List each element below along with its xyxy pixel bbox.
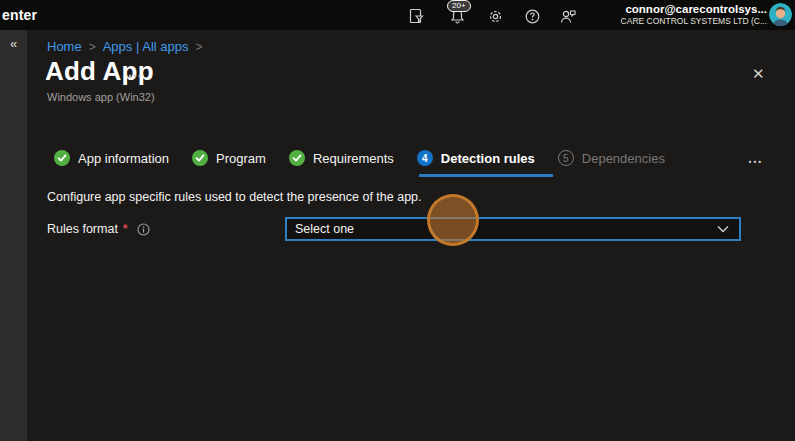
tab-app-information[interactable]: App information	[54, 148, 169, 168]
sidebar-collapse-icon[interactable]: «	[0, 36, 27, 51]
step-complete-check-icon	[54, 150, 70, 166]
step-label: App information	[78, 151, 169, 166]
close-blade-icon[interactable]: ✕	[752, 66, 765, 82]
step-label: Requirements	[313, 151, 394, 166]
tab-program[interactable]: Program	[192, 148, 266, 168]
rules-format-dropdown[interactable]: Select one	[285, 217, 741, 241]
tab-detection-rules[interactable]: 4 Detection rules	[417, 148, 535, 168]
tab-dependencies[interactable]: 5 Dependencies	[558, 148, 665, 168]
breadcrumb: Home > Apps | All apps >	[47, 39, 202, 54]
wizard-step-tabs: App information Program Requirements 4 D…	[54, 148, 665, 168]
breadcrumb-apps-link[interactable]: Apps | All apps	[103, 39, 189, 54]
app-brand-title: enter	[2, 7, 37, 23]
step-label: Program	[216, 151, 266, 166]
top-bar: enter 20+	[0, 0, 795, 30]
rules-format-label: Rules format *	[47, 222, 150, 236]
required-marker: *	[123, 222, 128, 236]
breadcrumb-home-link[interactable]: Home	[47, 39, 82, 54]
tab-requirements[interactable]: Requirements	[289, 148, 394, 168]
step-complete-check-icon	[289, 150, 305, 166]
avatar-photo	[769, 3, 792, 26]
steps-overflow-icon[interactable]: ...	[748, 150, 763, 166]
filter-panel-icon	[408, 8, 425, 25]
active-tab-underline	[419, 174, 553, 177]
info-icon[interactable]	[137, 223, 150, 236]
step-label: Dependencies	[582, 151, 665, 166]
breadcrumb-separator: >	[195, 40, 202, 54]
sidebar-collapsed-strip: «	[0, 30, 27, 441]
help-icon[interactable]	[521, 5, 543, 27]
step-complete-check-icon	[192, 150, 208, 166]
feedback-icon[interactable]	[557, 5, 579, 27]
title-context-menu-icon[interactable]: ...	[128, 64, 143, 80]
step-number-badge: 4	[417, 150, 433, 166]
breadcrumb-separator: >	[89, 40, 96, 54]
add-app-blade: Home > Apps | All apps > Add App ... Win…	[27, 30, 795, 441]
user-organization: CARE CONTROL SYSTEMS LTD (C...	[621, 16, 767, 27]
page-subtitle: Windows app (Win32)	[47, 91, 155, 103]
detection-rules-description: Configure app specific rules used to det…	[47, 190, 422, 204]
filter-panel-icon[interactable]	[405, 5, 427, 27]
settings-gear-icon[interactable]	[484, 5, 506, 27]
step-number-badge: 5	[558, 150, 574, 166]
chevron-down-icon	[717, 225, 739, 233]
dropdown-selected-value: Select one	[287, 222, 717, 236]
gear-icon	[487, 8, 504, 25]
field-label-text: Rules format	[47, 222, 118, 236]
notification-count-badge: 20+	[447, 0, 471, 12]
step-label: Detection rules	[441, 151, 535, 166]
user-avatar[interactable]	[769, 3, 792, 26]
question-mark-icon	[524, 8, 541, 25]
intune-admin-window: enter 20+	[0, 0, 795, 441]
account-menu[interactable]: connor@carecontrolsys... CARE CONTROL SY…	[621, 3, 767, 27]
user-email: connor@carecontrolsys...	[621, 3, 767, 16]
person-feedback-icon	[559, 8, 577, 25]
